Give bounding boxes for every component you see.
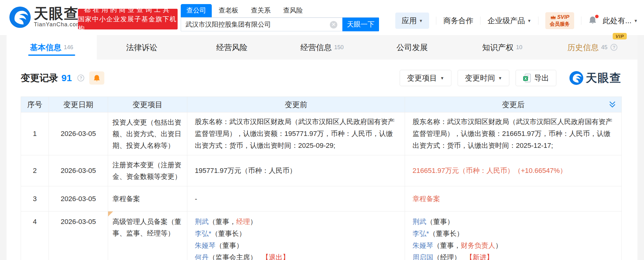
cell-change-date: 2026-03-05 bbox=[49, 186, 108, 211]
tab-count: 150 bbox=[334, 44, 344, 51]
chevron-down-icon: ▼ bbox=[440, 76, 444, 81]
cell-line: 股东名称：武汉市汉阳区财政局（武汉市汉阳区人民政府国有资产监督管理局），认缴出资… bbox=[413, 116, 614, 152]
tab-history-info[interactable]: 历史信息45VIP? bbox=[547, 35, 637, 60]
change-records-section: 变更记录 91 ? 变更项目 ▼ 变更时间 ▼ bbox=[7, 60, 637, 260]
cell-before-content: 荆武（董事，经理）李弘*（董事长）朱娅琴（董事）何丹（监事会主席）【退出】 bbox=[187, 211, 405, 260]
divider bbox=[538, 17, 538, 25]
cell-serial: 2 bbox=[21, 155, 49, 186]
cell-line: 股东名称：武汉市汉阳区财政局（武汉市汉阳区人民政府国有资产监督管理局），认缴出资… bbox=[195, 116, 397, 152]
search-tab-relation[interactable]: 查关系 bbox=[251, 4, 271, 17]
col-before: 变更前 bbox=[187, 97, 405, 112]
person-link[interactable]: 李弘* bbox=[195, 230, 211, 237]
cell-line: 章程备案 bbox=[413, 193, 614, 205]
cell-text: （董事， bbox=[209, 218, 236, 226]
tab-operating-risk[interactable]: 经营风险 bbox=[187, 35, 277, 60]
filter-change-item-button[interactable]: 变更项目 ▼ bbox=[400, 70, 451, 86]
cell-line: 何丹（监事会主席）【退出】 bbox=[195, 252, 397, 260]
cell-change-date: 2026-03-05 bbox=[49, 211, 108, 260]
cell-after-content: 216651.97万元（币种：人民币）（+10.66547%） bbox=[405, 155, 622, 186]
promo-badge: 都在用的商业查询工具 国家中小企业发展子基金旗下机构 bbox=[78, 9, 178, 29]
person-link[interactable]: 荆武 bbox=[195, 218, 209, 226]
svip-member-button[interactable]: SVIP 会员服务 bbox=[545, 12, 574, 29]
cell-serial: 3 bbox=[21, 186, 49, 211]
person-link[interactable]: 何丹 bbox=[195, 253, 209, 260]
chevron-down-icon: ▼ bbox=[634, 18, 638, 23]
person-link[interactable]: 周启国 bbox=[413, 253, 433, 260]
help-icon[interactable]: ? bbox=[610, 44, 617, 51]
col-serial: 序号 bbox=[21, 97, 49, 112]
tab-intellectual-property[interactable]: 知识产权10 bbox=[457, 35, 548, 60]
tab-count: 45 bbox=[601, 44, 607, 51]
divider bbox=[436, 17, 436, 25]
tab-legal-proceedings[interactable]: 法律诉讼 bbox=[97, 35, 187, 60]
change-status-tag: 【新进】 bbox=[466, 253, 493, 260]
cell-text: 股东名称：武汉市汉阳区财政局（武汉市汉阳区人民政府国有资产监督管理局），认缴出资… bbox=[195, 118, 395, 149]
expand-all-icon[interactable] bbox=[608, 101, 616, 109]
tianyancha-logo[interactable]: 天眼查 TianYanCha.com bbox=[9, 6, 81, 28]
svg-text:X: X bbox=[524, 76, 527, 81]
corner-flag-icon bbox=[108, 211, 113, 216]
col-after: 变更后 bbox=[405, 97, 622, 112]
position-highlight: 216651.97万元（币种：人民币）（+10.66547%） bbox=[413, 167, 567, 174]
brand-domain: TianYanCha.com bbox=[34, 21, 81, 28]
filter-change-time-button[interactable]: 变更时间 ▼ bbox=[458, 70, 509, 86]
person-link[interactable]: 朱娅琴 bbox=[195, 242, 216, 249]
tab-count: 10 bbox=[516, 44, 522, 51]
cell-line: 李弘*（董事长） bbox=[413, 228, 614, 240]
tab-label: 基本信息 bbox=[30, 42, 61, 53]
charter-record-link[interactable]: 章程备案 bbox=[413, 195, 440, 203]
nav-user-menu[interactable]: 此处有... ▼ bbox=[603, 16, 638, 26]
nav-apps[interactable]: 应用 ▼ bbox=[395, 13, 429, 29]
nav-cooperation[interactable]: 商务合作 bbox=[443, 16, 473, 26]
tab-basic-info[interactable]: 基本信息146 bbox=[7, 35, 97, 60]
table-row: 12026-03-05投资人变更（包括出资额、出资方式、出资日期、投资人名称等）… bbox=[21, 112, 622, 155]
cell-text: （经理） bbox=[433, 253, 461, 260]
export-button[interactable]: X 导出 bbox=[516, 70, 556, 86]
person-link[interactable]: 荆武 bbox=[413, 218, 426, 226]
search-input[interactable] bbox=[181, 18, 342, 31]
cell-change-date: 2026-03-05 bbox=[49, 112, 108, 155]
search-button[interactable]: 天眼一下 bbox=[342, 18, 379, 31]
chevron-down-icon: ▼ bbox=[498, 76, 502, 81]
section-title: 变更记录 bbox=[21, 72, 58, 85]
cell-line: 荆武（董事） bbox=[413, 216, 614, 228]
position-highlight: 经理 bbox=[236, 218, 250, 226]
cell-before-content: 股东名称：武汉市汉阳区财政局（武汉市汉阳区人民政府国有资产监督管理局），认缴出资… bbox=[187, 112, 405, 155]
cell-text: （董事， bbox=[433, 242, 461, 249]
nav-enterprise-products[interactable]: 企业级产品 ▼ bbox=[487, 16, 531, 26]
tab-company-development[interactable]: 公司发展 bbox=[367, 35, 457, 60]
vip-badge: VIP bbox=[613, 33, 627, 39]
cell-text: 195771.97万元（币种：人民币） bbox=[195, 167, 296, 174]
tab-label: 法律诉讼 bbox=[126, 42, 158, 53]
company-tabbar: 基本信息146法律诉讼经营风险经营信息150公司发展知识产权10历史信息45VI… bbox=[7, 35, 637, 60]
cell-text: （董事长） bbox=[429, 230, 464, 237]
clear-icon[interactable]: ✕ bbox=[330, 21, 337, 29]
cell-text: ） bbox=[495, 242, 502, 249]
cell-serial: 1 bbox=[21, 112, 49, 155]
help-icon[interactable]: ? bbox=[77, 75, 84, 81]
search-tab-boss[interactable]: 查老板 bbox=[219, 4, 238, 17]
subscribe-bell-button[interactable] bbox=[89, 71, 104, 85]
table-row: 22026-03-05注册资本变更（注册资金、资金数额等变更）195771.97… bbox=[21, 155, 622, 186]
cell-text: （董事长） bbox=[211, 230, 246, 237]
table-row: 32026-03-05章程备案-章程备案 bbox=[21, 186, 622, 211]
divider bbox=[581, 17, 581, 25]
notification-dot bbox=[595, 15, 599, 18]
person-link[interactable]: 朱娅琴 bbox=[413, 242, 433, 249]
promo-line2: 国家中小企业发展子基金旗下机构 bbox=[78, 14, 178, 33]
cell-text: ） bbox=[250, 218, 257, 226]
person-link[interactable]: 李弘* bbox=[413, 230, 429, 237]
tab-label: 知识产权 bbox=[482, 42, 513, 53]
tab-label: 公司发展 bbox=[397, 42, 428, 53]
search-tab-risk[interactable]: 查风险 bbox=[283, 4, 303, 17]
tab-business-info[interactable]: 经营信息150 bbox=[277, 35, 367, 60]
promo-line1: 都在用的商业查询工具 bbox=[84, 5, 172, 14]
search-tab-company[interactable]: 查公司 bbox=[181, 4, 212, 17]
search-tabs: 查公司查老板查关系查风险 bbox=[181, 4, 379, 18]
tab-label: 经营信息 bbox=[300, 42, 332, 53]
table-row: 42026-03-05高级管理人员备案（董事、监事、经理等）荆武（董事，经理）李… bbox=[21, 211, 622, 260]
cell-line: 荆武（董事，经理） bbox=[195, 216, 397, 228]
cell-line: 216651.97万元（币种：人民币）（+10.66547%） bbox=[413, 165, 614, 177]
page-shell: 基本信息146法律诉讼经营风险经营信息150公司发展知识产权10历史信息45VI… bbox=[7, 35, 637, 260]
notification-bell-icon[interactable] bbox=[588, 16, 597, 25]
